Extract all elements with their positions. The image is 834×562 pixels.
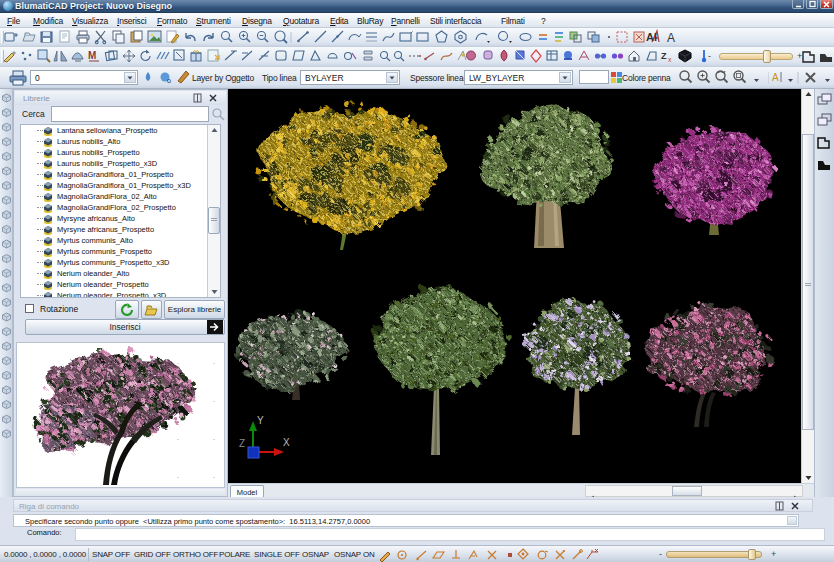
- svg-text:Z: Z: [661, 51, 667, 61]
- svg-text:X: X: [283, 437, 290, 448]
- svg-text:x: x: [668, 56, 672, 63]
- svg-text:A: A: [772, 72, 779, 83]
- svg-text:A: A: [667, 31, 675, 45]
- svg-text:Z: Z: [239, 438, 245, 449]
- svg-text:AI: AI: [646, 31, 657, 43]
- svg-text:M: M: [88, 50, 96, 61]
- svg-text:Y: Y: [257, 415, 264, 426]
- svg-text:o: o: [167, 77, 171, 84]
